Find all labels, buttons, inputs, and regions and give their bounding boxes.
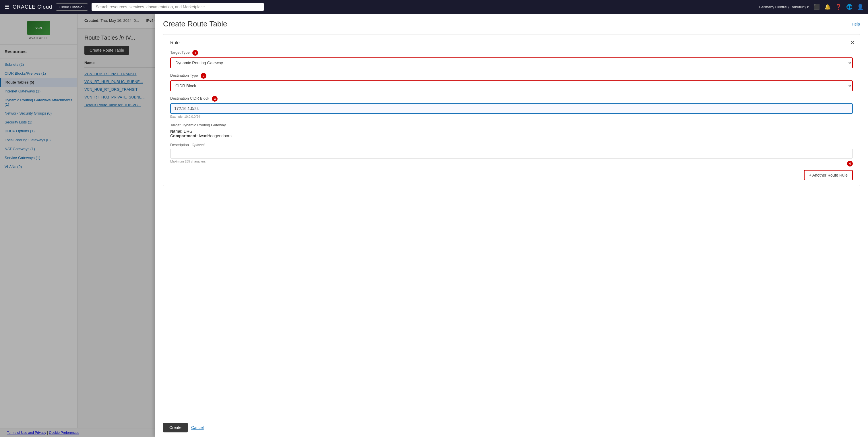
- region-label: Germany Central (Frankfurt): [759, 5, 806, 9]
- target-drg-compartment-row: Compartment: IwanHoogendoorn: [170, 133, 853, 138]
- target-type-step-badge: 1: [192, 50, 198, 56]
- drawer-help-link[interactable]: Help: [851, 22, 860, 26]
- destination-type-select[interactable]: CIDR Block: [170, 81, 853, 91]
- oracle-text: ORACLE: [12, 4, 36, 10]
- destination-cidr-hint: Example: 10.0.0.0/24: [170, 115, 853, 118]
- another-rule-step-badge: 4: [847, 161, 853, 166]
- help-icon[interactable]: ❓: [835, 4, 842, 10]
- destination-cidr-label: Destination CIDR Block 3: [170, 96, 853, 102]
- drawer-title: Create Route Table: [163, 20, 227, 28]
- user-profile-icon[interactable]: 👤: [857, 4, 863, 10]
- rule-card: Rule ✕ Target Type 1 Dynamic Routing Gat…: [163, 34, 860, 186]
- cancel-button[interactable]: Cancel: [191, 425, 204, 430]
- target-type-group: Target Type 1 Dynamic Routing Gateway: [170, 50, 853, 68]
- target-drg-info: Target Dynamic Routing Gateway Name: DRG…: [170, 123, 853, 138]
- description-group: Description Optional Maximum 255 charact…: [170, 143, 853, 163]
- description-max-hint: Maximum 255 characters: [170, 160, 853, 163]
- global-search-input[interactable]: [92, 3, 264, 11]
- notifications-bell-icon[interactable]: 🔔: [825, 4, 831, 10]
- target-drg-section-title: Target Dynamic Routing Gateway: [170, 123, 853, 127]
- create-route-table-drawer: Create Route Table Help Rule ✕ Target Ty…: [155, 14, 868, 437]
- target-drg-name-value: DRG: [184, 129, 193, 133]
- description-label: Description Optional: [170, 143, 853, 147]
- language-globe-icon[interactable]: 🌐: [846, 4, 852, 10]
- oracle-logo: ORACLE Cloud: [12, 4, 52, 10]
- nav-right-area: Germany Central (Frankfurt) ▾ ⬛ 🔔 ❓ 🌐 👤: [759, 4, 863, 10]
- destination-cidr-group: Destination CIDR Block 3 Example: 10.0.0…: [170, 96, 853, 118]
- region-chevron-icon: ▾: [807, 5, 809, 9]
- hamburger-menu-icon[interactable]: ☰: [5, 4, 9, 10]
- destination-cidr-step-badge: 3: [212, 96, 218, 102]
- create-button[interactable]: Create: [163, 423, 188, 432]
- rule-close-button[interactable]: ✕: [850, 39, 855, 46]
- target-drg-name-row: Name: DRG: [170, 129, 853, 133]
- rule-card-title: Rule: [170, 40, 853, 45]
- description-input[interactable]: [170, 149, 853, 158]
- region-selector[interactable]: Germany Central (Frankfurt) ▾: [759, 5, 809, 9]
- code-editor-icon[interactable]: ⬛: [813, 4, 820, 10]
- cloud-classic-button[interactable]: Cloud Classic ›: [56, 3, 88, 11]
- another-route-rule-button[interactable]: + Another Route Rule: [804, 170, 853, 180]
- cloud-text: Cloud: [37, 4, 52, 10]
- target-type-select[interactable]: Dynamic Routing Gateway: [170, 57, 853, 68]
- top-navigation: ☰ ORACLE Cloud Cloud Classic › Germany C…: [0, 0, 868, 14]
- target-drg-compartment-value: IwanHoogendoorn: [199, 133, 231, 138]
- destination-type-label: Destination Type 2: [170, 73, 853, 79]
- drawer-footer: Create Cancel: [155, 418, 868, 437]
- drawer-header: Create Route Table Help: [155, 14, 868, 28]
- destination-cidr-input[interactable]: [170, 103, 853, 114]
- another-rule-container: 4 + Another Route Rule: [170, 168, 853, 180]
- target-type-label: Target Type 1: [170, 50, 853, 56]
- description-optional-hint: Optional: [192, 143, 205, 147]
- destination-type-group: Destination Type 2 CIDR Block: [170, 73, 853, 91]
- destination-type-step-badge: 2: [200, 73, 206, 79]
- drawer-body: Rule ✕ Target Type 1 Dynamic Routing Gat…: [155, 28, 868, 418]
